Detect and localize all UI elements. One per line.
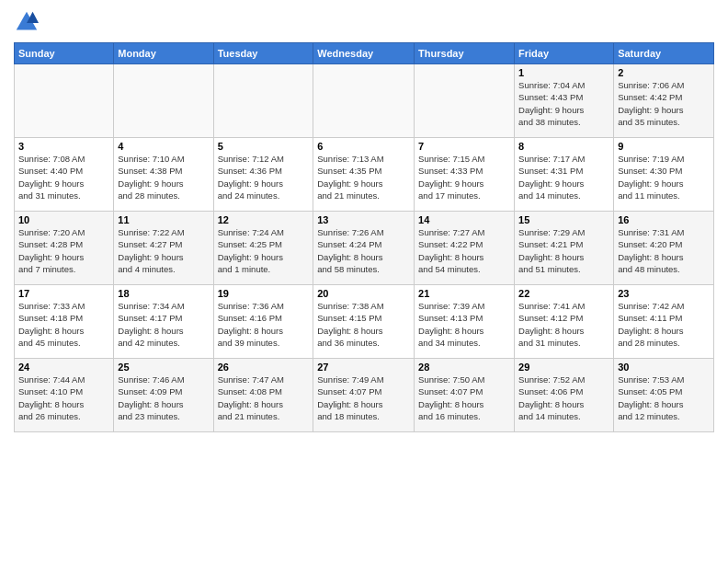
calendar-cell: 19Sunrise: 7:36 AM Sunset: 4:16 PM Dayli…	[213, 285, 313, 359]
day-info: Sunrise: 7:36 AM Sunset: 4:16 PM Dayligh…	[218, 300, 310, 349]
calendar-cell: 20Sunrise: 7:38 AM Sunset: 4:15 PM Dayli…	[313, 285, 415, 359]
calendar-cell: 3Sunrise: 7:08 AM Sunset: 4:40 PM Daylig…	[15, 138, 114, 212]
calendar-cell	[313, 64, 415, 138]
day-info: Sunrise: 7:39 AM Sunset: 4:13 PM Dayligh…	[418, 300, 510, 349]
day-info: Sunrise: 7:34 AM Sunset: 4:17 PM Dayligh…	[118, 300, 209, 349]
calendar-cell: 2Sunrise: 7:06 AM Sunset: 4:42 PM Daylig…	[614, 64, 714, 138]
day-info: Sunrise: 7:29 AM Sunset: 4:21 PM Dayligh…	[518, 226, 609, 275]
day-number: 9	[618, 141, 710, 152]
day-info: Sunrise: 7:53 AM Sunset: 4:05 PM Dayligh…	[618, 373, 710, 422]
calendar-cell: 28Sunrise: 7:50 AM Sunset: 4:07 PM Dayli…	[415, 359, 515, 432]
weekday-header-monday: Monday	[114, 43, 213, 64]
day-number: 27	[317, 362, 410, 373]
calendar-table: SundayMondayTuesdayWednesdayThursdayFrid…	[14, 42, 714, 432]
calendar-cell: 10Sunrise: 7:20 AM Sunset: 4:28 PM Dayli…	[15, 212, 114, 285]
weekday-header-row: SundayMondayTuesdayWednesdayThursdayFrid…	[15, 43, 714, 64]
day-number: 20	[317, 288, 410, 299]
day-info: Sunrise: 7:15 AM Sunset: 4:33 PM Dayligh…	[418, 153, 510, 201]
day-number: 11	[118, 214, 209, 225]
day-info: Sunrise: 7:13 AM Sunset: 4:35 PM Dayligh…	[317, 153, 410, 201]
day-number: 7	[418, 141, 510, 152]
calendar-cell	[114, 64, 213, 138]
calendar-cell: 7Sunrise: 7:15 AM Sunset: 4:33 PM Daylig…	[415, 138, 515, 212]
week-row-5: 24Sunrise: 7:44 AM Sunset: 4:10 PM Dayli…	[15, 359, 714, 432]
logo	[14, 9, 43, 35]
day-info: Sunrise: 7:42 AM Sunset: 4:11 PM Dayligh…	[618, 300, 710, 349]
day-info: Sunrise: 7:19 AM Sunset: 4:30 PM Dayligh…	[618, 153, 710, 201]
day-number: 3	[18, 141, 109, 152]
calendar-cell: 18Sunrise: 7:34 AM Sunset: 4:17 PM Dayli…	[114, 285, 213, 359]
calendar-cell	[415, 64, 515, 138]
day-info: Sunrise: 7:33 AM Sunset: 4:18 PM Dayligh…	[18, 300, 109, 349]
weekday-header-thursday: Thursday	[415, 43, 515, 64]
weekday-header-friday: Friday	[515, 43, 614, 64]
calendar-cell: 26Sunrise: 7:47 AM Sunset: 4:08 PM Dayli…	[213, 359, 313, 432]
calendar-cell: 23Sunrise: 7:42 AM Sunset: 4:11 PM Dayli…	[614, 285, 714, 359]
calendar-cell: 12Sunrise: 7:24 AM Sunset: 4:25 PM Dayli…	[213, 212, 313, 285]
calendar-cell: 15Sunrise: 7:29 AM Sunset: 4:21 PM Dayli…	[515, 212, 614, 285]
week-row-4: 17Sunrise: 7:33 AM Sunset: 4:18 PM Dayli…	[15, 285, 714, 359]
day-number: 8	[518, 141, 609, 152]
day-info: Sunrise: 7:50 AM Sunset: 4:07 PM Dayligh…	[418, 373, 510, 422]
day-number: 13	[317, 214, 410, 225]
day-info: Sunrise: 7:47 AM Sunset: 4:08 PM Dayligh…	[218, 373, 310, 422]
day-number: 24	[18, 362, 109, 373]
day-number: 14	[418, 214, 510, 225]
day-info: Sunrise: 7:20 AM Sunset: 4:28 PM Dayligh…	[18, 226, 109, 275]
week-row-2: 3Sunrise: 7:08 AM Sunset: 4:40 PM Daylig…	[15, 138, 714, 212]
calendar-cell: 6Sunrise: 7:13 AM Sunset: 4:35 PM Daylig…	[313, 138, 415, 212]
day-info: Sunrise: 7:41 AM Sunset: 4:12 PM Dayligh…	[518, 300, 609, 349]
day-info: Sunrise: 7:52 AM Sunset: 4:06 PM Dayligh…	[518, 373, 609, 422]
calendar-cell: 24Sunrise: 7:44 AM Sunset: 4:10 PM Dayli…	[15, 359, 114, 432]
day-number: 17	[18, 288, 109, 299]
day-info: Sunrise: 7:17 AM Sunset: 4:31 PM Dayligh…	[518, 153, 609, 201]
day-number: 1	[518, 67, 609, 78]
day-info: Sunrise: 7:49 AM Sunset: 4:07 PM Dayligh…	[317, 373, 410, 422]
calendar-cell: 27Sunrise: 7:49 AM Sunset: 4:07 PM Dayli…	[313, 359, 415, 432]
calendar-cell	[213, 64, 313, 138]
day-info: Sunrise: 7:06 AM Sunset: 4:42 PM Dayligh…	[618, 79, 710, 128]
day-info: Sunrise: 7:10 AM Sunset: 4:38 PM Dayligh…	[118, 153, 209, 201]
day-info: Sunrise: 7:08 AM Sunset: 4:40 PM Dayligh…	[18, 153, 109, 201]
day-number: 21	[418, 288, 510, 299]
day-info: Sunrise: 7:38 AM Sunset: 4:15 PM Dayligh…	[317, 300, 410, 349]
day-number: 2	[618, 67, 710, 78]
calendar-cell: 25Sunrise: 7:46 AM Sunset: 4:09 PM Dayli…	[114, 359, 213, 432]
day-number: 29	[518, 362, 609, 373]
day-number: 16	[618, 214, 710, 225]
calendar-cell: 29Sunrise: 7:52 AM Sunset: 4:06 PM Dayli…	[515, 359, 614, 432]
weekday-header-saturday: Saturday	[614, 43, 714, 64]
weekday-header-sunday: Sunday	[15, 43, 114, 64]
day-number: 4	[118, 141, 209, 152]
calendar-cell: 1Sunrise: 7:04 AM Sunset: 4:43 PM Daylig…	[515, 64, 614, 138]
day-info: Sunrise: 7:46 AM Sunset: 4:09 PM Dayligh…	[118, 373, 209, 422]
day-info: Sunrise: 7:31 AM Sunset: 4:20 PM Dayligh…	[618, 226, 710, 275]
weekday-header-tuesday: Tuesday	[213, 43, 313, 64]
day-info: Sunrise: 7:22 AM Sunset: 4:27 PM Dayligh…	[118, 226, 209, 275]
calendar-cell: 5Sunrise: 7:12 AM Sunset: 4:36 PM Daylig…	[213, 138, 313, 212]
day-info: Sunrise: 7:04 AM Sunset: 4:43 PM Dayligh…	[518, 79, 609, 128]
day-number: 18	[118, 288, 209, 299]
week-row-1: 1Sunrise: 7:04 AM Sunset: 4:43 PM Daylig…	[15, 64, 714, 138]
calendar-cell: 17Sunrise: 7:33 AM Sunset: 4:18 PM Dayli…	[15, 285, 114, 359]
day-number: 10	[18, 214, 109, 225]
calendar-cell: 30Sunrise: 7:53 AM Sunset: 4:05 PM Dayli…	[614, 359, 714, 432]
day-info: Sunrise: 7:44 AM Sunset: 4:10 PM Dayligh…	[18, 373, 109, 422]
day-number: 5	[218, 141, 310, 152]
calendar-cell: 9Sunrise: 7:19 AM Sunset: 4:30 PM Daylig…	[614, 138, 714, 212]
calendar-cell: 14Sunrise: 7:27 AM Sunset: 4:22 PM Dayli…	[415, 212, 515, 285]
calendar-cell: 4Sunrise: 7:10 AM Sunset: 4:38 PM Daylig…	[114, 138, 213, 212]
calendar-cell: 21Sunrise: 7:39 AM Sunset: 4:13 PM Dayli…	[415, 285, 515, 359]
day-info: Sunrise: 7:27 AM Sunset: 4:22 PM Dayligh…	[418, 226, 510, 275]
calendar-cell: 13Sunrise: 7:26 AM Sunset: 4:24 PM Dayli…	[313, 212, 415, 285]
day-number: 6	[317, 141, 410, 152]
day-number: 25	[118, 362, 209, 373]
calendar-cell: 22Sunrise: 7:41 AM Sunset: 4:12 PM Dayli…	[515, 285, 614, 359]
day-info: Sunrise: 7:24 AM Sunset: 4:25 PM Dayligh…	[218, 226, 310, 275]
calendar-cell: 8Sunrise: 7:17 AM Sunset: 4:31 PM Daylig…	[515, 138, 614, 212]
calendar-cell: 11Sunrise: 7:22 AM Sunset: 4:27 PM Dayli…	[114, 212, 213, 285]
week-row-3: 10Sunrise: 7:20 AM Sunset: 4:28 PM Dayli…	[15, 212, 714, 285]
day-number: 12	[218, 214, 310, 225]
day-number: 19	[218, 288, 310, 299]
day-number: 22	[518, 288, 609, 299]
